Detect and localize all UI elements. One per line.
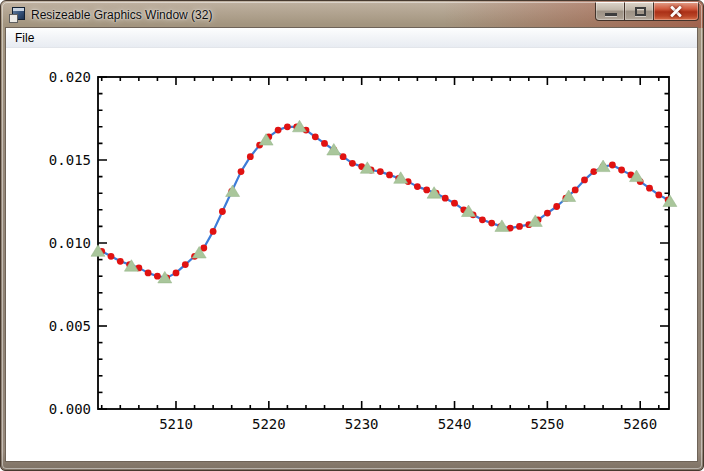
maximize-icon <box>635 7 646 16</box>
spectrum-line <box>102 127 668 278</box>
close-icon <box>669 4 683 18</box>
svg-text:5250: 5250 <box>531 416 565 432</box>
svg-text:0.020: 0.020 <box>49 69 91 85</box>
plot-canvas: 0.0000.0050.0100.0150.020521052205230524… <box>6 48 697 461</box>
svg-text:5240: 5240 <box>438 416 472 432</box>
axis-frame <box>98 77 669 409</box>
svg-text:5210: 5210 <box>159 416 193 432</box>
minimize-icon <box>605 13 617 16</box>
graphics-window: Resizeable Graphics Window (32) File 0.0… <box>0 0 704 471</box>
svg-text:0.015: 0.015 <box>49 152 91 168</box>
maximize-button[interactable] <box>624 2 654 21</box>
menu-bar: File <box>6 28 697 48</box>
minimize-button[interactable] <box>595 2 625 21</box>
menu-file[interactable]: File <box>6 28 43 47</box>
svg-text:0.010: 0.010 <box>49 235 91 251</box>
svg-text:0.005: 0.005 <box>49 318 91 334</box>
tick-labels: 0.0000.0050.0100.0150.020521052205230524… <box>49 69 657 432</box>
app-window-icon <box>9 7 25 23</box>
plot-container: 0.0000.0050.0100.0150.020521052205230524… <box>6 48 697 461</box>
close-button[interactable] <box>653 2 699 21</box>
svg-text:0.000: 0.000 <box>49 401 91 417</box>
svg-text:5260: 5260 <box>623 416 657 432</box>
client-area: File 0.0000.0050.0100.0150.0205210522052… <box>6 28 697 461</box>
caption-buttons <box>595 2 699 21</box>
data-point-markers <box>98 123 671 281</box>
svg-text:5220: 5220 <box>252 416 286 432</box>
svg-text:5230: 5230 <box>345 416 379 432</box>
window-title: Resizeable Graphics Window (32) <box>31 8 212 22</box>
triangle-markers <box>91 120 677 283</box>
